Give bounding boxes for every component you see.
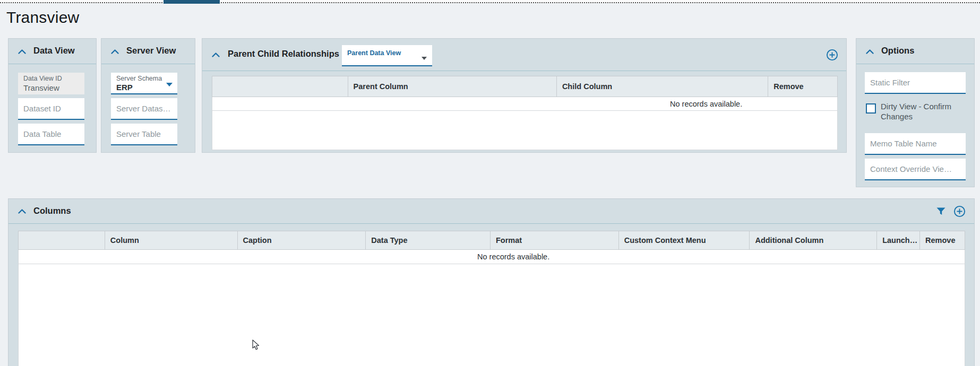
column-header-remove: Remove [920, 231, 965, 249]
add-relationship-button[interactable] [826, 49, 838, 61]
server-dataset-input[interactable] [111, 98, 177, 120]
panel-header-options: Options [856, 39, 974, 64]
panel-columns: Columns Column Caption Data Type Format … [8, 198, 975, 366]
page-title: Transview [6, 8, 79, 27]
panel-title-parent-child: Parent Child Relationships [228, 49, 339, 59]
caret-down-icon [166, 83, 173, 86]
no-records-message: No records available. [670, 100, 742, 108]
dirty-view-checkbox-label: Dirty View - Confirm Changes [881, 102, 965, 122]
parent-data-view-dropdown[interactable]: Parent Data View [342, 45, 432, 66]
column-header-column: Column [105, 231, 238, 249]
filter-icon[interactable] [936, 207, 945, 215]
column-header-child-column: Child Column [557, 76, 768, 97]
column-header-format: Format [491, 231, 619, 249]
server-schema-dropdown[interactable]: Server Schema ERP [111, 73, 177, 94]
column-header-custom-context-menu: Custom Context Menu [619, 231, 750, 249]
server-table-input[interactable] [111, 124, 177, 145]
panel-title-columns: Columns [33, 206, 71, 216]
chevron-up-icon[interactable] [212, 53, 220, 57]
dotted-focus-border [0, 0, 980, 3]
column-header-launch: Launch… [877, 231, 920, 249]
context-override-input[interactable] [865, 159, 966, 180]
panel-server-view: Server View Server Schema ERP [101, 38, 195, 153]
caret-down-icon [422, 57, 427, 60]
parent-child-empty-row: No records available. [212, 97, 838, 111]
chevron-up-icon[interactable] [866, 49, 874, 54]
data-view-id-label: Data View ID [23, 75, 79, 82]
transview-screen: Transview Data View Data View ID Transvi… [0, 0, 980, 366]
panel-header-data-view: Data View [8, 39, 96, 64]
data-table-input[interactable] [18, 124, 84, 145]
column-header-caption: Caption [238, 231, 366, 249]
dataset-id-input[interactable] [18, 98, 84, 120]
panel-options: Options Dirty View - Confirm Changes [856, 38, 975, 187]
panel-data-view: Data View Data View ID Transview [8, 38, 97, 153]
top-tab-indicator [164, 0, 220, 4]
server-schema-value: ERP [116, 83, 172, 92]
column-header-remove: Remove [768, 76, 837, 97]
parent-child-table: Parent Column Child Column Remove No rec… [212, 76, 838, 150]
parent-data-view-label: Parent Data View [347, 49, 401, 57]
column-header-blank [19, 231, 105, 249]
panel-header-parent-child: Parent Child Relationships Parent Data V… [202, 39, 846, 71]
chevron-up-icon[interactable] [18, 49, 26, 54]
chevron-up-icon[interactable] [18, 209, 26, 214]
columns-table-body [18, 264, 965, 366]
mouse-cursor-icon [252, 339, 261, 353]
column-header-data-type: Data Type [366, 231, 491, 249]
panel-title-server-view: Server View [126, 46, 176, 56]
panel-header-server-view: Server View [101, 39, 195, 64]
dirty-view-checkbox[interactable] [866, 103, 876, 114]
panel-title-data-view: Data View [33, 46, 75, 56]
chevron-up-icon[interactable] [111, 49, 119, 54]
columns-table-header: Column Caption Data Type Format Custom C… [18, 231, 965, 250]
no-records-message: No records available. [477, 252, 549, 261]
static-filter-input[interactable] [865, 72, 966, 94]
column-header-parent-column: Parent Column [348, 76, 557, 97]
parent-child-table-header: Parent Column Child Column Remove [212, 76, 838, 97]
panel-parent-child-relationships: Parent Child Relationships Parent Data V… [202, 38, 847, 153]
column-header-additional-column: Additional Column [750, 231, 877, 249]
server-schema-label: Server Schema [116, 75, 172, 82]
column-header-blank [212, 76, 348, 97]
panel-header-columns: Columns [8, 199, 974, 224]
data-view-id-field: Data View ID Transview [18, 73, 84, 94]
add-column-button[interactable] [953, 205, 966, 217]
data-view-id-value: Transview [23, 83, 79, 92]
memo-table-name-input[interactable] [865, 133, 966, 155]
panel-title-options: Options [881, 46, 914, 56]
columns-table: Column Caption Data Type Format Custom C… [18, 231, 965, 366]
columns-empty-row: No records available. [18, 250, 965, 264]
parent-child-table-body [212, 111, 838, 150]
